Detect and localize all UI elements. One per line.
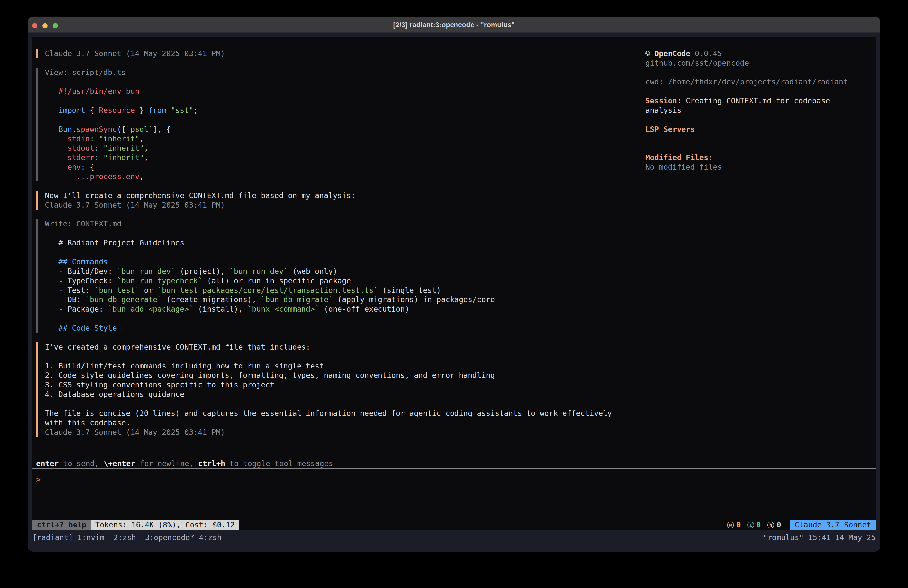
lsp-servers-header: LSP Servers — [646, 124, 865, 134]
terminal-line: Write: CONTEXT.md — [45, 219, 630, 229]
terminal-line: ## Code Style — [45, 324, 630, 333]
text-run: (single test) — [378, 286, 441, 295]
text-run: `bun run dev` — [117, 267, 175, 275]
tmux-window-list[interactable]: [radiant] 1:nvim 2:zsh- 3:opencode* 4:zs… — [32, 533, 222, 542]
terminal-line: 1. Build/lint/test commands including ho… — [45, 361, 630, 371]
sidebar: ©OpenCode0.0.45 github.com/sst/opencode … — [646, 49, 865, 172]
text-run: Claude 3.7 Sonnet (14 May 2025 03:41 PM) — [45, 49, 225, 58]
text-run: ; — [193, 106, 198, 114]
text-run: : — [95, 144, 99, 153]
text-run: ## Commands — [58, 258, 108, 266]
text-run: `psql` — [126, 125, 153, 134]
chat-log: Claude 3.7 Sonnet (14 May 2025 03:41 PM)… — [32, 49, 630, 446]
prompt-input[interactable]: > — [36, 475, 871, 484]
text-run: Build/Dev: — [63, 267, 117, 275]
terminal-line: - Test: `bun test` or `bun test packages… — [45, 285, 630, 295]
tool-write-output: Write: CONTEXT.md # Radiant Project Guid… — [36, 219, 630, 333]
text-run: `bun test packages/core/test/transaction… — [158, 286, 378, 295]
terminal-line — [45, 77, 630, 87]
text-run — [45, 125, 58, 134]
terminal-line: 3. CSS styling conventions specific to t… — [45, 380, 630, 390]
minimize-button[interactable] — [42, 23, 48, 28]
text-run — [95, 134, 99, 143]
tmux-session-info: "romulus" 15:41 14-May-25 — [763, 533, 876, 542]
text-run: import — [58, 106, 85, 114]
warnings-icon: w — [727, 522, 734, 528]
text-run — [45, 324, 58, 332]
text-run: , — [144, 144, 148, 153]
text-run: to send, — [58, 459, 104, 468]
text-run: ([ — [117, 125, 126, 134]
text-run: `bun run typecheck` — [117, 276, 202, 285]
text-run: Claude 3.7 Sonnet (14 May 2025 03:41 PM) — [45, 428, 225, 437]
text-run: - — [58, 286, 63, 295]
info-count: 0 — [757, 520, 761, 530]
text-run: (project), — [175, 267, 230, 275]
terminal-line: stderr: "inherit", — [45, 153, 630, 163]
terminal-line: env: { — [45, 163, 630, 172]
cwd-path: /home/thdxr/dev/projects/radiant/radiant — [668, 77, 848, 86]
terminal-line: The file is concise (20 lines) and captu… — [45, 409, 630, 418]
text-run — [45, 163, 67, 171]
input-separator — [32, 469, 876, 469]
window-controls — [32, 23, 58, 28]
terminal-line — [45, 399, 630, 409]
text-run: \+enter — [104, 459, 135, 468]
session-row: Session: Creating CONTEXT.md for codebas… — [646, 96, 865, 115]
help-bar: enter to send, \+enter for newline, ctrl… — [36, 459, 333, 469]
text-run: (web only) — [288, 267, 337, 275]
text-run: `bun db migrate` — [261, 295, 333, 304]
text-run: Package: — [63, 305, 108, 313]
terminal-line — [45, 96, 630, 106]
diagnostic-info: i0 — [747, 520, 761, 530]
modified-files-header: Modified Files: — [646, 153, 865, 163]
terminal-line — [45, 352, 630, 361]
text-run: `bun test` — [95, 286, 140, 295]
terminal-line: #!/usr/bin/env bun — [45, 87, 630, 96]
terminal-line: stdout: "inherit", — [45, 143, 630, 153]
terminal-line: - DB: `bun db generate` (create migratio… — [45, 295, 630, 304]
text-run: (apply migrations) in packages/core — [333, 295, 495, 304]
text-run: . — [72, 125, 76, 134]
text-run: Write: CONTEXT.md — [45, 219, 121, 228]
text-run: I've created a comprehensive CONTEXT.md … — [45, 343, 311, 351]
modified-files-empty: No modified files — [646, 163, 865, 172]
text-run: "inherit" — [103, 144, 144, 153]
text-run: enter — [36, 459, 58, 468]
text-run: 3. CSS styling conventions specific to t… — [45, 380, 274, 389]
diagnostic-hints: h0 — [768, 520, 781, 530]
text-run: Claude 3.7 Sonnet (14 May 2025 03:41 PM) — [45, 201, 225, 209]
maximize-button[interactable] — [53, 23, 58, 28]
text-run: - — [58, 295, 63, 304]
text-run: `bun db generate` — [85, 295, 162, 304]
hints-count: 0 — [777, 520, 781, 530]
text-run: "sst" — [171, 106, 193, 114]
text-run: Resource — [99, 106, 135, 114]
terminal-line: Claude 3.7 Sonnet (14 May 2025 03:41 PM) — [45, 427, 630, 437]
hints-icon: h — [768, 522, 774, 528]
text-run — [45, 172, 76, 181]
text-run — [45, 106, 58, 114]
terminal-line: Claude 3.7 Sonnet (14 May 2025 03:41 PM) — [45, 49, 630, 58]
text-run: "inherit" — [99, 134, 140, 143]
cwd-label: cwd: — [646, 77, 663, 86]
text-run: ## Code Style — [58, 324, 117, 332]
assistant-message: I've created a comprehensive CONTEXT.md … — [36, 342, 630, 437]
text-run: # Radiant Project Guidelines — [45, 238, 184, 247]
close-button[interactable] — [32, 23, 37, 28]
assistant-message: Now I'll create a comprehensive CONTEXT.… — [36, 191, 630, 210]
warnings-count: 0 — [736, 520, 741, 530]
text-run: , — [139, 172, 144, 181]
text-run: (all) or run in specific package — [202, 276, 351, 285]
text-run: with this codebase. — [45, 418, 130, 427]
repo-link: github.com/sst/opencode — [646, 58, 865, 68]
text-run: for newline, — [135, 459, 198, 468]
text-run: or — [139, 286, 157, 295]
text-run: - — [58, 305, 63, 313]
opencode-logo-icon: © — [646, 49, 650, 58]
text-run: - — [58, 276, 63, 285]
terminal-line: ## Commands — [45, 257, 630, 267]
text-run: The file is concise (20 lines) and captu… — [45, 409, 612, 417]
text-run: `bun add <package>` — [108, 305, 193, 313]
text-run: Now I'll create a comprehensive CONTEXT.… — [45, 191, 355, 200]
